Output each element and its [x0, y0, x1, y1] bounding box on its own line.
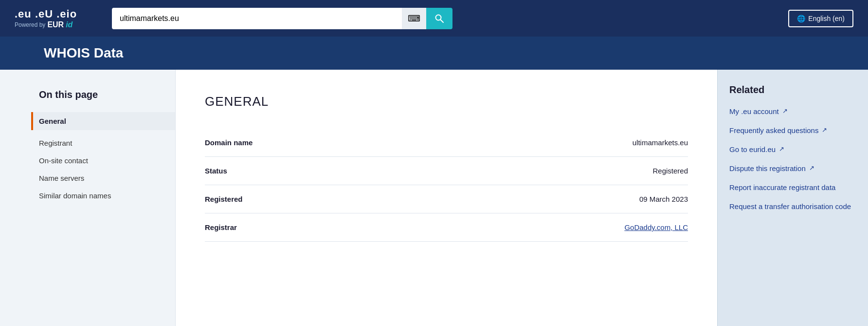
- svg-line-1: [441, 19, 444, 22]
- sidebar-link-similar-domains[interactable]: Similar domain names: [39, 192, 111, 200]
- registrar-link[interactable]: GoDaddy.com, LLC: [624, 223, 688, 231]
- list-item-my-eu-account: My .eu account ↗: [729, 107, 856, 115]
- sidebar-nav: General Registrant On-site contact Name …: [39, 112, 175, 200]
- sidebar-title: On this page: [39, 89, 175, 100]
- external-link-icon: ↗: [779, 145, 784, 153]
- link-eurid[interactable]: Go to eurid.eu ↗: [729, 145, 856, 153]
- sidebar-link-onsite-contact[interactable]: On-site contact: [39, 156, 88, 165]
- value-status: Registered: [312, 157, 688, 185]
- list-item-transfer: Request a transfer authorisation code: [729, 202, 856, 211]
- link-label: Report inaccurate registrant data: [729, 183, 835, 192]
- main-layout: On this page General Registrant On-site …: [0, 70, 868, 326]
- search-input[interactable]: [112, 8, 402, 29]
- keyboard-button[interactable]: ⌨: [402, 8, 426, 29]
- link-transfer[interactable]: Request a transfer authorisation code: [729, 202, 856, 211]
- value-registered: 09 March 2023: [312, 185, 688, 213]
- sidebar-item-onsite-contact[interactable]: On-site contact: [39, 156, 175, 165]
- link-faq[interactable]: Frequently asked questions ↗: [729, 126, 856, 134]
- page-title-bar: WHOIS Data: [0, 37, 868, 70]
- sidebar-link-name-servers[interactable]: Name servers: [39, 174, 84, 182]
- logo: .eu .еU .eio Powered by EURid: [15, 8, 92, 29]
- link-label: Frequently asked questions: [729, 126, 818, 134]
- search-button[interactable]: [426, 8, 452, 29]
- external-link-icon: ↗: [809, 164, 814, 172]
- external-link-icon: ↗: [822, 126, 827, 134]
- sidebar-item-registrant[interactable]: Registrant: [39, 139, 175, 148]
- sidebar-link-registrant[interactable]: Registrant: [39, 139, 72, 147]
- sidebar-item-general[interactable]: General: [31, 112, 175, 130]
- language-label: English (en): [808, 15, 845, 22]
- search-bar: ⌨: [112, 8, 452, 29]
- sidebar-item-similar-domains[interactable]: Similar domain names: [39, 192, 175, 200]
- section-title: GENERAL: [205, 94, 688, 109]
- list-item-eurid: Go to eurid.eu ↗: [729, 145, 856, 153]
- logo-text: .eu .еU .eio: [15, 8, 92, 20]
- language-button[interactable]: 🌐 English (en): [788, 10, 853, 27]
- left-sidebar: On this page General Registrant On-site …: [0, 70, 175, 326]
- keyboard-icon: ⌨: [408, 13, 420, 24]
- external-link-icon: ↗: [782, 107, 788, 115]
- header: .eu .еU .eio Powered by EURid ⌨ 🌐 Englis…: [0, 0, 868, 37]
- sidebar-item-name-servers[interactable]: Name servers: [39, 174, 175, 183]
- link-my-eu-account[interactable]: My .eu account ↗: [729, 107, 856, 115]
- field-status: Status: [205, 157, 312, 185]
- table-row: Status Registered: [205, 157, 688, 185]
- field-domain-name: Domain name: [205, 129, 312, 157]
- related-title: Related: [729, 84, 856, 96]
- globe-icon: 🌐: [797, 15, 805, 22]
- value-registrar: GoDaddy.com, LLC: [312, 213, 688, 242]
- search-icon: [434, 14, 444, 23]
- related-links: My .eu account ↗ Frequently asked questi…: [729, 107, 856, 211]
- field-registered: Registered: [205, 185, 312, 213]
- table-row: Registrar GoDaddy.com, LLC: [205, 213, 688, 242]
- page-title: WHOIS Data: [15, 45, 853, 61]
- list-item-report-inaccurate: Report inaccurate registrant data: [729, 183, 856, 192]
- content-area: GENERAL Domain name ultimamarkets.eu Sta…: [175, 70, 717, 326]
- logo-powered: Powered by EURid: [15, 20, 92, 29]
- list-item-faq: Frequently asked questions ↗: [729, 126, 856, 134]
- link-label: Dispute this registration: [729, 164, 806, 173]
- link-label: Go to eurid.eu: [729, 145, 776, 153]
- link-report-inaccurate[interactable]: Report inaccurate registrant data: [729, 183, 856, 192]
- data-table: Domain name ultimamarkets.eu Status Regi…: [205, 129, 688, 242]
- sidebar-link-general[interactable]: General: [39, 117, 66, 125]
- table-row: Registered 09 March 2023: [205, 185, 688, 213]
- field-registrar: Registrar: [205, 213, 312, 242]
- link-label: My .eu account: [729, 107, 779, 115]
- link-label: Request a transfer authorisation code: [729, 202, 851, 211]
- table-row: Domain name ultimamarkets.eu: [205, 129, 688, 157]
- list-item-dispute: Dispute this registration ↗: [729, 164, 856, 173]
- value-domain-name: ultimamarkets.eu: [312, 129, 688, 157]
- right-sidebar: Related My .eu account ↗ Frequently aske…: [717, 70, 868, 326]
- link-dispute[interactable]: Dispute this registration ↗: [729, 164, 856, 173]
